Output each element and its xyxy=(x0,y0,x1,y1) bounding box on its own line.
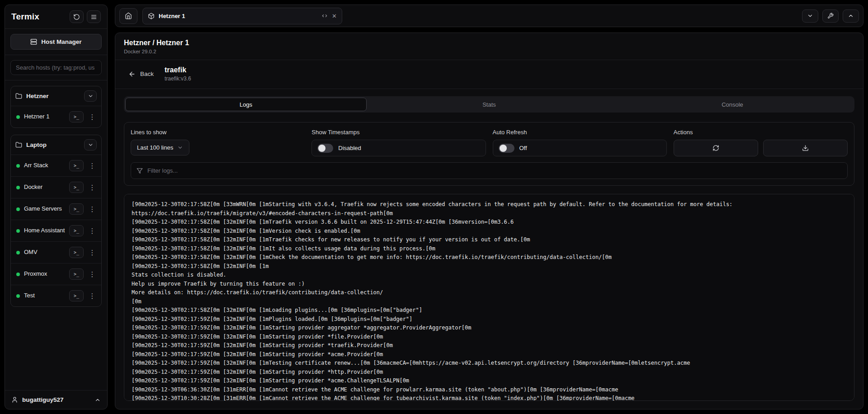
search-section xyxy=(5,55,107,80)
group-header[interactable]: Hetzner xyxy=(11,86,101,106)
group-label: Laptop xyxy=(26,141,80,148)
host-menu-button[interactable]: ⋮ xyxy=(88,160,97,171)
host-name: Home Assistant xyxy=(24,227,65,235)
log-line: [90m2025-12-30T10:30:28Z[0m [31mERR[0m [… xyxy=(132,394,847,401)
user-icon xyxy=(11,396,18,403)
host-manager-section: Host Manager xyxy=(5,29,107,55)
log-line: [0m xyxy=(132,297,847,306)
log-line: [90m2025-12-30T02:17:58Z[0m [33mWRN[0m [… xyxy=(132,200,847,218)
host-name: Arr Stack xyxy=(24,162,65,169)
host-menu-button[interactable]: ⋮ xyxy=(88,203,97,215)
host-menu-button[interactable]: ⋮ xyxy=(88,225,97,236)
host-row[interactable]: Arr Stack >_ ⋮ xyxy=(11,155,101,176)
sidebar: Termix Host Manager xyxy=(5,5,108,409)
terminal-button[interactable]: >_ xyxy=(69,111,84,122)
username: bugattiguy527 xyxy=(22,396,64,403)
actions-buttons xyxy=(674,140,848,156)
close-tab-button[interactable]: ✕ xyxy=(332,13,337,19)
terminal-button[interactable]: >_ xyxy=(69,247,84,258)
timestamps-toggle[interactable] xyxy=(317,144,333,153)
arrow-left-icon xyxy=(128,71,136,78)
group-header[interactable]: Laptop xyxy=(11,135,101,155)
sidebar-footer[interactable]: bugattiguy527 xyxy=(5,390,107,409)
tab-title: Hetzner 1 xyxy=(159,13,317,19)
host-groups: Hetzner Hetzner 1 >_ ⋮ xyxy=(5,80,107,390)
terminal-tab-bar: Hetzner 1 ✕ xyxy=(115,5,863,27)
log-output[interactable]: [90m2025-12-30T02:17:58Z[0m [33mWRN[0m [… xyxy=(124,194,854,401)
host-row[interactable]: Test >_ ⋮ xyxy=(11,285,101,306)
container-icon xyxy=(148,13,155,19)
log-line: Help us improve Traefik by turning this … xyxy=(132,280,847,289)
tools-button[interactable] xyxy=(822,9,839,23)
host-menu-button[interactable]: ⋮ xyxy=(88,111,97,122)
folder-icon xyxy=(15,141,22,148)
actions-label: Actions xyxy=(674,129,848,136)
app-root: Termix Host Manager xyxy=(0,0,868,414)
tab-hetzner-1[interactable]: Hetzner 1 ✕ xyxy=(142,8,342,24)
host-row[interactable]: Proxmox >_ ⋮ xyxy=(11,263,101,285)
log-line: [90m2025-12-30T02:17:58Z[0m [32mINF[0m [… xyxy=(132,262,847,271)
split-view-button[interactable] xyxy=(321,13,328,19)
tab-stats[interactable]: Stats xyxy=(368,98,610,111)
group-collapse-button[interactable] xyxy=(84,139,97,151)
host-menu-button[interactable]: ⋮ xyxy=(88,182,97,193)
timestamps-label: Show Timestamps xyxy=(311,129,486,136)
terminal-button[interactable]: >_ xyxy=(69,203,84,215)
filter-funnel-icon xyxy=(137,168,143,174)
lines-select[interactable]: Last 100 lines xyxy=(131,140,189,155)
home-button[interactable] xyxy=(119,8,137,24)
host-menu-button[interactable]: ⋮ xyxy=(88,290,97,301)
refresh-cw-icon xyxy=(712,145,719,151)
chevron-up-icon xyxy=(848,13,854,19)
auto-refresh-control: Auto Refresh Off xyxy=(493,129,667,156)
log-line: [90m2025-12-30T02:17:58Z[0m [32mINF[0m [… xyxy=(132,253,847,262)
terminal-button[interactable]: >_ xyxy=(69,268,84,280)
filter-input[interactable] xyxy=(147,167,842,174)
download-logs-button[interactable] xyxy=(763,140,848,156)
log-line: [90m2025-12-30T02:17:59Z[0m [32mINF[0m [… xyxy=(132,341,847,350)
host-row[interactable]: OMV >_ ⋮ xyxy=(11,241,101,263)
sidebar-header-actions xyxy=(70,10,101,23)
tab-logs[interactable]: Logs xyxy=(125,98,367,111)
host-menu-button[interactable]: ⋮ xyxy=(88,268,97,280)
host-row[interactable]: Home Assistant >_ ⋮ xyxy=(11,220,101,241)
search-input[interactable] xyxy=(10,60,102,75)
refresh-hosts-button[interactable] xyxy=(70,10,84,23)
host-manager-button[interactable]: Host Manager xyxy=(10,34,102,50)
back-button[interactable]: Back xyxy=(124,71,154,78)
container-name: traefik xyxy=(165,66,191,74)
log-line: [90m2025-12-30T02:17:59Z[0m [32mINF[0m [… xyxy=(132,324,847,333)
host-name: Test xyxy=(24,292,65,300)
container-title-block: traefik traefik:v3.6 xyxy=(165,66,191,82)
timestamps-field: Disabled xyxy=(311,140,486,156)
sidebar-header: Termix xyxy=(5,5,107,29)
auto-refresh-toggle[interactable] xyxy=(499,144,514,153)
panel-collapse-button[interactable] xyxy=(802,9,818,23)
host-row[interactable]: Docker >_ ⋮ xyxy=(11,176,101,198)
host-group-hetzner: Hetzner Hetzner 1 >_ ⋮ xyxy=(10,86,102,128)
lines-select-value: Last 100 lines xyxy=(137,144,173,151)
download-icon xyxy=(802,145,809,151)
status-online-dot xyxy=(16,207,20,211)
user-menu-collapse-button[interactable] xyxy=(94,397,101,403)
auto-refresh-label: Auto Refresh xyxy=(493,129,667,136)
group-collapse-button[interactable] xyxy=(84,90,97,102)
host-row[interactable]: Game Servers >_ ⋮ xyxy=(11,198,101,220)
terminal-button[interactable]: >_ xyxy=(69,160,84,171)
chevron-down-icon xyxy=(88,142,94,148)
panel-expand-button[interactable] xyxy=(843,9,859,23)
terminal-button[interactable]: >_ xyxy=(69,182,84,193)
tab-console[interactable]: Console xyxy=(612,98,853,111)
terminal-button[interactable]: >_ xyxy=(69,225,84,236)
refresh-logs-button[interactable] xyxy=(674,140,758,156)
host-menu-button[interactable]: ⋮ xyxy=(88,247,97,258)
log-line: [90m2025-12-30T02:17:58Z[0m [32mINF[0m [… xyxy=(132,306,847,315)
terminal-button[interactable]: >_ xyxy=(69,290,84,301)
sidebar-menu-button[interactable] xyxy=(87,10,101,23)
server-icon xyxy=(30,38,37,45)
timestamps-control: Show Timestamps Disabled xyxy=(311,129,486,156)
wrench-icon xyxy=(827,13,834,19)
host-name: Docker xyxy=(24,183,65,191)
host-row[interactable]: Hetzner 1 >_ ⋮ xyxy=(11,106,101,127)
back-label: Back xyxy=(140,71,154,77)
